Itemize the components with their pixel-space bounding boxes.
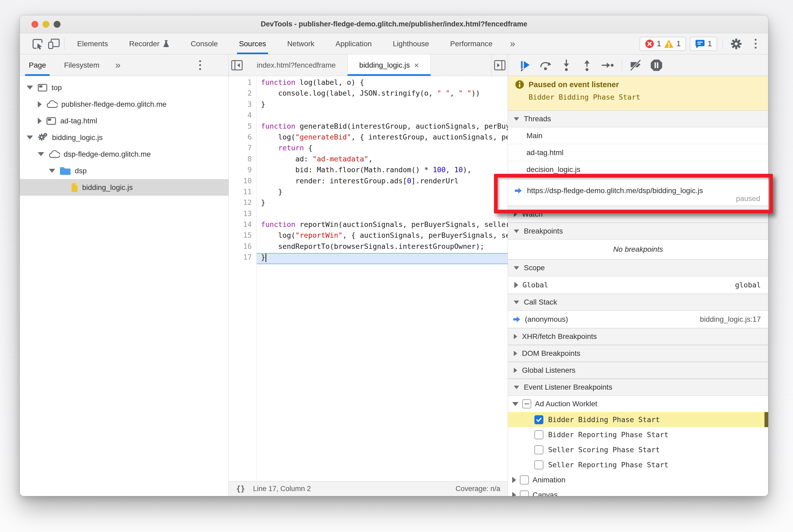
code-line[interactable]: render: interestGroup.ads[0].renderUrl <box>257 177 508 188</box>
tree-item-dsp-fledge-demo-glitch-me[interactable]: dsp-fledge-demo.glitch.me <box>20 146 228 163</box>
tree-item-dsp[interactable]: dsp <box>20 163 228 179</box>
section-header-event-listener-breakpoints[interactable]: Event Listener Breakpoints <box>508 379 768 396</box>
settings-button[interactable] <box>728 38 744 50</box>
tab-page[interactable]: Page <box>20 54 55 76</box>
tab-filesystem[interactable]: Filesystem <box>55 54 108 76</box>
checkbox-unchecked[interactable] <box>520 491 529 496</box>
code-line[interactable]: function log(label, o) { <box>257 78 508 89</box>
tree-item-top[interactable]: top <box>20 79 228 96</box>
more-navigator-tabs-button[interactable]: » <box>108 54 127 76</box>
thread-item[interactable]: Main <box>508 127 768 144</box>
tab-console[interactable]: Console <box>180 33 228 54</box>
thread-item[interactable]: ad-tag.html <box>508 144 768 161</box>
step-into-button[interactable] <box>556 55 576 75</box>
code-line[interactable]: console.log(label, JSON.stringify(o, " "… <box>257 89 508 100</box>
checkbox-unchecked[interactable] <box>534 445 543 454</box>
tree-item-bidding-logic-js[interactable]: bidding_logic.js <box>20 179 228 196</box>
pretty-print-button[interactable]: {} <box>236 484 245 493</box>
section-header-watch[interactable]: Watch <box>508 206 768 223</box>
deactivate-breakpoints-button[interactable] <box>626 55 646 75</box>
elb-item[interactable]: Bidder Reporting Phase Start <box>508 427 768 442</box>
code-line[interactable] <box>257 111 508 122</box>
step-over-button[interactable] <box>536 55 555 75</box>
section-header-call-stack[interactable]: Call Stack <box>508 294 768 311</box>
elb-group-ad-auction-worklet[interactable]: Ad Auction Worklet <box>508 396 768 412</box>
section-header-xhr-fetch-breakpoints[interactable]: XHR/fetch Breakpoints <box>508 328 768 345</box>
elb-item[interactable]: Bidder Bidding Phase Start <box>508 412 768 427</box>
chevron-right-icon[interactable] <box>38 118 42 124</box>
code-line[interactable]: } <box>257 198 508 209</box>
elb-category-canvas[interactable]: Canvas <box>508 487 768 496</box>
show-debugger-sidebar-button[interactable] <box>491 54 508 76</box>
close-window-button[interactable] <box>32 21 38 28</box>
checkbox-unchecked[interactable] <box>534 430 543 439</box>
tab-network[interactable]: Network <box>277 33 325 54</box>
chevron-right-icon[interactable] <box>512 492 516 496</box>
thread-item[interactable]: decision_logic.js <box>508 161 768 178</box>
tab-lighthouse[interactable]: Lighthouse <box>382 33 439 54</box>
code-line[interactable]: return { <box>257 144 508 154</box>
elb-item[interactable]: Seller Reporting Phase Start <box>508 457 768 472</box>
elb-category-animation[interactable]: Animation <box>508 472 768 487</box>
section-header-breakpoints[interactable]: Breakpoints <box>508 223 768 240</box>
code-line[interactable]: ad: "ad-metadata", <box>257 155 508 166</box>
step-button[interactable] <box>598 55 617 75</box>
call-stack-frame[interactable]: (anonymous)bidding_logic.js:17 <box>508 311 768 328</box>
hide-navigator-button[interactable] <box>229 54 245 76</box>
tab-recorder[interactable]: Recorder <box>119 33 180 54</box>
issues-badge[interactable]: 1 1 <box>640 37 686 51</box>
checkbox-indeterminate[interactable] <box>522 399 531 408</box>
inspect-element-button[interactable] <box>29 33 46 54</box>
pause-on-exceptions-button[interactable] <box>647 55 666 75</box>
thread-item-paused[interactable]: https://dsp-fledge-demo.glitch.me/dsp/bi… <box>508 178 768 206</box>
chevron-down-icon[interactable] <box>27 135 33 139</box>
section-header-dom-breakpoints[interactable]: DOM Breakpoints <box>508 345 768 362</box>
tree-item-bidding-logic-js[interactable]: bidding_logic.js <box>20 129 228 146</box>
code-line[interactable]: bid: Math.floor(Math.random() * 100, 10)… <box>257 166 508 176</box>
chevron-down-icon[interactable] <box>512 402 518 406</box>
code-line[interactable]: sendReportTo(browserSignals.interestGrou… <box>257 242 508 253</box>
close-tab-icon[interactable]: × <box>414 61 419 70</box>
minimize-window-button[interactable] <box>42 21 50 28</box>
section-header-scope[interactable]: Scope <box>508 260 768 276</box>
checkbox-checked[interactable] <box>534 415 543 424</box>
paused-execution-line[interactable]: } <box>257 253 508 264</box>
checkbox-unchecked[interactable] <box>534 460 543 469</box>
chevron-down-icon[interactable] <box>38 152 44 156</box>
code-line[interactable]: log("generateBid", { interestGroup, auct… <box>257 133 508 144</box>
line-number: 4 <box>229 111 257 122</box>
resume-button[interactable] <box>515 55 535 75</box>
code-line[interactable]: function generateBid(interestGroup, auct… <box>257 122 508 133</box>
tab-application[interactable]: Application <box>325 33 382 54</box>
tree-item-ad-tag-html[interactable]: ad-tag.html <box>20 113 228 129</box>
chevron-right-icon[interactable] <box>512 477 516 483</box>
chevron-down-icon[interactable] <box>49 169 55 173</box>
tree-item-publisher-fledge-demo-glitch-me[interactable]: publisher-fledge-demo.glitch.me <box>20 96 228 113</box>
editor-tab-bidding-logic-js[interactable]: bidding_logic.js× <box>347 54 431 76</box>
step-out-button[interactable] <box>577 55 597 75</box>
chevron-right-icon[interactable] <box>514 282 518 288</box>
code-line[interactable]: log("reportWin", { auctionSignals, perBu… <box>257 231 508 242</box>
code-line[interactable]: function reportWin(auctionSignals, perBu… <box>257 220 508 231</box>
device-toolbar-button[interactable] <box>46 33 62 54</box>
section-header-global-listeners[interactable]: Global Listeners <box>508 362 768 379</box>
editor-tab-index-html-fencedframe[interactable]: index.html?fencedframe <box>245 54 347 76</box>
elb-item[interactable]: Seller Scoring Phase Start <box>508 442 768 457</box>
checkbox-unchecked[interactable] <box>520 475 529 484</box>
chevron-down-icon[interactable] <box>27 86 33 90</box>
code-editor[interactable]: 1234567891011121314151617 function log(l… <box>229 76 508 481</box>
scope-global-row[interactable]: Globalglobal <box>508 276 768 294</box>
chevron-right-icon[interactable] <box>38 101 42 108</box>
code-line[interactable] <box>257 209 508 220</box>
more-panels-button[interactable]: » <box>503 33 522 54</box>
code-line[interactable]: } <box>257 100 508 111</box>
tab-performance[interactable]: Performance <box>439 33 503 54</box>
zoom-window-button[interactable] <box>54 21 60 28</box>
messages-badge[interactable]: 1 <box>690 37 717 51</box>
code-line[interactable]: } <box>257 188 508 198</box>
section-header-threads[interactable]: Threads <box>508 110 768 127</box>
navigator-menu-button[interactable] <box>193 54 207 76</box>
main-menu-button[interactable] <box>748 39 763 49</box>
tab-sources[interactable]: Sources <box>228 33 277 54</box>
tab-elements[interactable]: Elements <box>67 33 119 54</box>
